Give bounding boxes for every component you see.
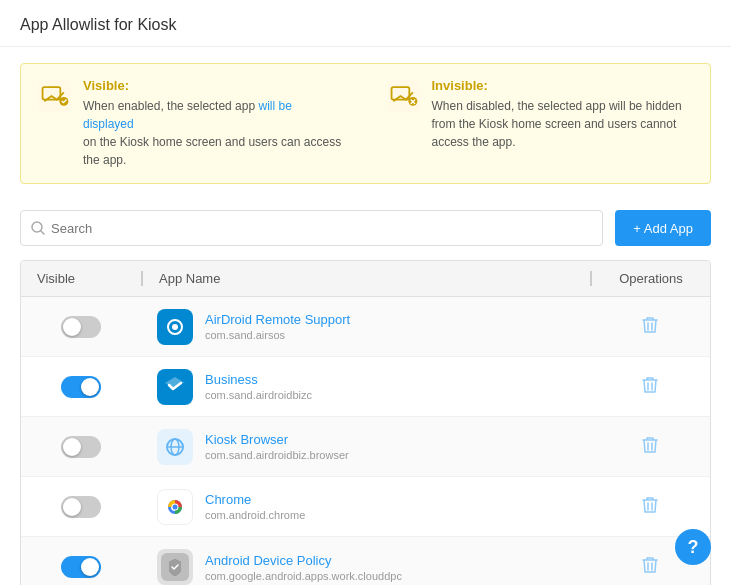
svg-rect-0 — [39, 80, 71, 112]
header-app-name: App Name — [141, 271, 590, 286]
header-visible: Visible — [21, 271, 141, 286]
app-info-airdroid: AirDroid Remote Support com.sand.airsos — [205, 312, 350, 341]
search-box[interactable] — [20, 210, 603, 246]
toggle-knob — [81, 558, 99, 576]
table-row: Chrome com.android.chrome — [21, 477, 710, 537]
app-cell-5: Android Device Policy com.google.android… — [141, 539, 590, 585]
app-cell-4: Chrome com.android.chrome — [141, 479, 590, 535]
toggle-knob — [81, 378, 99, 396]
toggle-chrome[interactable] — [61, 496, 101, 518]
app-icon-business — [157, 369, 193, 405]
app-info-policy: Android Device Policy com.google.android… — [205, 553, 402, 582]
ops-cell-2 — [590, 372, 710, 402]
app-name-airdroid: AirDroid Remote Support — [205, 312, 350, 327]
invisible-label: Invisible: — [432, 78, 682, 93]
toggle-cell-2[interactable] — [21, 376, 141, 398]
app-icon-policy — [157, 549, 193, 585]
delete-button-kiosk[interactable] — [634, 432, 666, 462]
toggle-knob — [63, 318, 81, 336]
table-row: AirDroid Remote Support com.sand.airsos — [21, 297, 710, 357]
app-pkg-business: com.sand.airdroidbizc — [205, 389, 312, 401]
invisible-icon — [386, 78, 422, 114]
app-cell-2: Business com.sand.airdroidbizc — [141, 359, 590, 415]
visible-label: Visible: — [83, 78, 346, 93]
delete-button-airdroid[interactable] — [634, 312, 666, 342]
table-row: Kiosk Browser com.sand.airdroidbiz.brows… — [21, 417, 710, 477]
toggle-cell-1[interactable] — [21, 316, 141, 338]
app-cell-1: AirDroid Remote Support com.sand.airsos — [141, 299, 590, 355]
app-pkg-airdroid: com.sand.airsos — [205, 329, 350, 341]
invisible-info-block: Invisible: When disabled, the selected a… — [386, 78, 695, 169]
app-name-policy: Android Device Policy — [205, 553, 402, 568]
app-name-business: Business — [205, 372, 312, 387]
search-input[interactable] — [51, 221, 592, 236]
help-button[interactable]: ? — [675, 529, 711, 565]
toggle-kiosk[interactable] — [61, 436, 101, 458]
table-header: Visible App Name Operations — [21, 261, 710, 297]
toggle-cell-3[interactable] — [21, 436, 141, 458]
invisible-body: When disabled, the selected app will be … — [432, 97, 682, 151]
app-icon-airdroid — [157, 309, 193, 345]
ops-cell-3 — [590, 432, 710, 462]
visible-icon — [37, 78, 73, 114]
delete-button-policy[interactable] — [634, 552, 666, 582]
apps-table: Visible App Name Operations AirDroid Rem… — [20, 260, 711, 585]
app-name-chrome: Chrome — [205, 492, 305, 507]
table-row: Business com.sand.airdroidbizc — [21, 357, 710, 417]
ops-cell-1 — [590, 312, 710, 342]
visible-info-block: Visible: When enabled, the selected app … — [37, 78, 346, 169]
toggle-airdroid[interactable] — [61, 316, 101, 338]
visible-info-text: Visible: When enabled, the selected app … — [83, 78, 346, 169]
toggle-knob — [63, 498, 81, 516]
app-info-chrome: Chrome com.android.chrome — [205, 492, 305, 521]
add-app-button[interactable]: + Add App — [615, 210, 711, 246]
app-icon-chrome — [157, 489, 193, 525]
delete-button-chrome[interactable] — [634, 492, 666, 522]
toggle-cell-5[interactable] — [21, 556, 141, 578]
toggle-cell-4[interactable] — [21, 496, 141, 518]
toggle-policy[interactable] — [61, 556, 101, 578]
page-title: App Allowlist for Kiosk — [0, 0, 731, 47]
toggle-knob — [63, 438, 81, 456]
header-operations: Operations — [590, 271, 710, 286]
app-pkg-chrome: com.android.chrome — [205, 509, 305, 521]
delete-button-business[interactable] — [634, 372, 666, 402]
table-row: Android Device Policy com.google.android… — [21, 537, 710, 585]
app-icon-kiosk — [157, 429, 193, 465]
ops-cell-4 — [590, 492, 710, 522]
app-name-kiosk: Kiosk Browser — [205, 432, 349, 447]
svg-rect-3 — [388, 80, 420, 112]
app-info-kiosk: Kiosk Browser com.sand.airdroidbiz.brows… — [205, 432, 349, 461]
app-cell-3: Kiosk Browser com.sand.airdroidbiz.brows… — [141, 419, 590, 475]
app-pkg-policy: com.google.android.apps.work.clouddpc — [205, 570, 402, 582]
toggle-business[interactable] — [61, 376, 101, 398]
toolbar: + Add App — [0, 200, 731, 260]
info-banner: Visible: When enabled, the selected app … — [20, 63, 711, 184]
svg-point-18 — [173, 504, 178, 509]
app-info-business: Business com.sand.airdroidbizc — [205, 372, 312, 401]
visible-body: When enabled, the selected app will be d… — [83, 97, 346, 169]
search-icon — [31, 221, 45, 235]
invisible-info-text: Invisible: When disabled, the selected a… — [432, 78, 682, 151]
svg-point-9 — [172, 324, 178, 330]
app-pkg-kiosk: com.sand.airdroidbiz.browser — [205, 449, 349, 461]
